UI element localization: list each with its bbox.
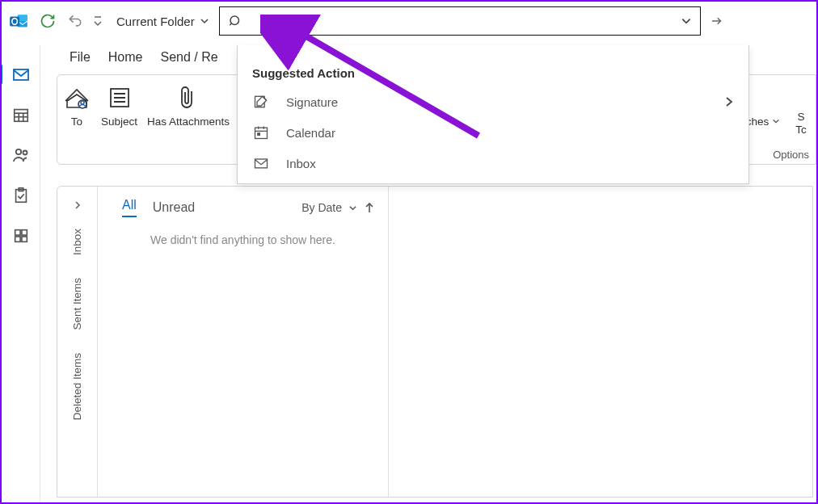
folder-inbox[interactable]: Inbox bbox=[71, 229, 83, 255]
filter-unread[interactable]: Unread bbox=[153, 200, 195, 215]
ribbon-label: STc bbox=[795, 111, 807, 136]
search-box[interactable] bbox=[219, 6, 701, 36]
rail-people[interactable] bbox=[8, 142, 34, 168]
folder-deleted-items[interactable]: Deleted Items bbox=[71, 353, 83, 420]
ribbon-group-label: Options bbox=[773, 149, 809, 161]
suggestion-label: Inbox bbox=[286, 157, 316, 170]
workspace: Inbox Sent Items Deleted Items All Unrea… bbox=[57, 186, 813, 498]
ribbon-search-tools[interactable]: STc bbox=[782, 75, 816, 136]
signature-icon bbox=[252, 93, 270, 111]
svg-rect-14 bbox=[255, 159, 268, 168]
sort-dropdown[interactable]: By Date bbox=[301, 201, 375, 214]
svg-rect-25 bbox=[15, 230, 19, 235]
rail-mail[interactable] bbox=[8, 61, 34, 87]
svg-rect-9 bbox=[255, 128, 268, 138]
menu-home[interactable]: Home bbox=[108, 50, 143, 65]
ribbon-label: Has Attachments bbox=[147, 116, 230, 128]
chevron-down-icon[interactable] bbox=[681, 15, 692, 27]
undo-button[interactable] bbox=[61, 6, 89, 36]
to-icon bbox=[62, 83, 91, 112]
sort-label: By Date bbox=[301, 201, 342, 214]
svg-point-22 bbox=[23, 151, 27, 155]
sort-direction-icon[interactable] bbox=[364, 201, 375, 214]
chevron-right-icon bbox=[724, 96, 734, 107]
search-go-button[interactable] bbox=[701, 6, 733, 36]
message-list-pane: All Unread By Date We didn't find anythi… bbox=[98, 187, 389, 497]
calendar-icon bbox=[252, 124, 270, 141]
search-suggestions-dropdown: Suggested Action Signature Calendar Inbo… bbox=[237, 45, 749, 184]
svg-rect-15 bbox=[14, 69, 28, 80]
suggestion-signature[interactable]: Signature bbox=[238, 86, 748, 117]
svg-rect-13 bbox=[258, 133, 260, 136]
menu-send-receive[interactable]: Send / Re bbox=[160, 50, 217, 65]
expand-folders-button[interactable] bbox=[57, 193, 97, 217]
rail-apps[interactable] bbox=[8, 223, 34, 249]
search-tools-icon bbox=[786, 83, 816, 107]
ribbon-has-attachments[interactable]: Has Attachments bbox=[142, 75, 234, 128]
svg-point-5 bbox=[230, 16, 239, 25]
navigation-rail bbox=[2, 45, 40, 502]
svg-line-6 bbox=[230, 23, 231, 25]
title-bar: Current Folder bbox=[2, 2, 816, 40]
reading-pane bbox=[389, 187, 812, 497]
search-scope-dropdown[interactable]: Current Folder bbox=[107, 6, 219, 36]
rail-calendar[interactable] bbox=[8, 102, 34, 128]
ribbon-subject[interactable]: Subject bbox=[96, 75, 142, 128]
ribbon-to[interactable]: To bbox=[57, 75, 96, 128]
outlook-logo-icon bbox=[6, 9, 31, 33]
refresh-button[interactable] bbox=[34, 6, 61, 36]
suggestion-inbox[interactable]: Inbox bbox=[238, 148, 748, 178]
search-scope-label: Current Folder bbox=[116, 15, 195, 28]
svg-rect-16 bbox=[14, 110, 27, 122]
message-list-header: All Unread By Date bbox=[98, 187, 388, 225]
svg-rect-26 bbox=[21, 230, 26, 235]
attachment-icon bbox=[174, 83, 203, 112]
subject-icon bbox=[105, 83, 134, 112]
search-icon bbox=[228, 14, 242, 28]
suggestion-label: Calendar bbox=[286, 126, 335, 140]
empty-list-message: We didn't find anything to show here. bbox=[98, 233, 388, 246]
ribbon-label: Subject bbox=[101, 116, 137, 128]
mail-icon bbox=[252, 154, 270, 172]
suggestion-calendar[interactable]: Calendar bbox=[238, 117, 748, 148]
suggestion-label: Signature bbox=[286, 95, 338, 109]
menu-file[interactable]: File bbox=[70, 50, 91, 65]
search-input[interactable] bbox=[242, 15, 681, 28]
svg-rect-27 bbox=[15, 237, 19, 242]
folder-sent-items[interactable]: Sent Items bbox=[71, 278, 83, 330]
suggestions-heading: Suggested Action bbox=[238, 45, 748, 86]
rail-tasks[interactable] bbox=[8, 183, 34, 208]
folder-rail: Inbox Sent Items Deleted Items bbox=[57, 187, 98, 497]
quick-access-more[interactable] bbox=[89, 6, 107, 36]
svg-rect-28 bbox=[21, 237, 26, 242]
ribbon-label: To bbox=[71, 116, 82, 128]
svg-point-21 bbox=[15, 149, 20, 154]
chevron-down-icon bbox=[348, 204, 357, 212]
filter-all[interactable]: All bbox=[122, 198, 137, 217]
chevron-down-icon bbox=[200, 16, 209, 26]
